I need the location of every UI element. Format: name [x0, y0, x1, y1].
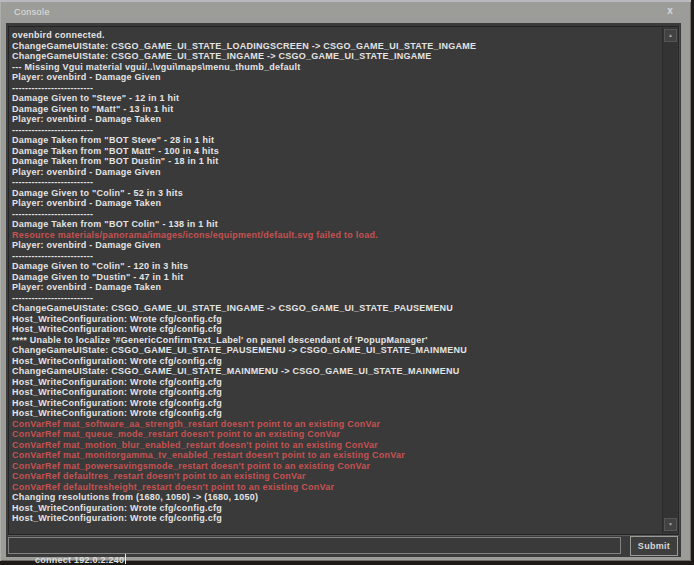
console-line: Player: ovenbird - Damage Taken: [12, 198, 660, 209]
console-line: ChangeGameUIState: CSGO_GAME_UI_STATE_PA…: [12, 345, 660, 356]
console-line: Host_WriteConfiguration: Wrote cfg/confi…: [12, 377, 660, 388]
console-line: -------------------------: [12, 251, 660, 262]
window-title: Console: [14, 7, 50, 17]
text-caret: [125, 554, 126, 564]
console-line: ChangeGameUIState: CSGO_GAME_UI_STATE_MA…: [12, 366, 660, 377]
console-line: **** Unable to localize '#GenericConfirm…: [12, 335, 660, 346]
console-line: ChangeGameUIState: CSGO_GAME_UI_STATE_IN…: [12, 303, 660, 314]
close-icon[interactable]: x: [664, 5, 676, 17]
console-line: Damage Taken from "BOT Matt" - 100 in 4 …: [12, 146, 660, 157]
console-line: Host_WriteConfiguration: Wrote cfg/confi…: [12, 408, 660, 419]
console-line: Host_WriteConfiguration: Wrote cfg/confi…: [12, 503, 660, 514]
console-line: --- Missing Vgui material vgui/..\vgui\m…: [12, 62, 660, 73]
scrollbar[interactable]: ▲ ▼: [662, 28, 677, 533]
console-line: ConVarRef defaultres_restart doesn't poi…: [12, 471, 660, 482]
console-line: -------------------------: [12, 209, 660, 220]
console-line: ConVarRef mat_queue_mode_restart doesn't…: [12, 429, 660, 440]
console-line: ChangeGameUIState: CSGO_GAME_UI_STATE_IN…: [12, 51, 660, 62]
console-output-panel: ovenbird connected.ChangeGameUIState: CS…: [8, 26, 679, 535]
console-line: Changing resolutions from (1680, 1050) -…: [12, 492, 660, 503]
screen: Console x ovenbird connected.ChangeGameU…: [0, 0, 694, 565]
titlebar[interactable]: Console x: [0, 0, 691, 23]
console-command-input[interactable]: connect 192.0.2.240: [8, 537, 621, 554]
scroll-up-button[interactable]: ▲: [664, 29, 677, 42]
console-line: ovenbird connected.: [12, 30, 660, 41]
console-line: -------------------------: [12, 125, 660, 136]
scroll-down-button[interactable]: ▼: [664, 518, 677, 531]
console-line: Damage Taken from "BOT Colin" - 138 in 1…: [12, 219, 660, 230]
console-line: Player: ovenbird - Damage Taken: [12, 114, 660, 125]
submit-button[interactable]: Submit: [630, 536, 678, 556]
console-line: ConVarRef defaultresheight_restart doesn…: [12, 482, 660, 493]
up-arrow-icon: ▲: [668, 32, 673, 38]
console-line: Player: ovenbird - Damage Taken: [12, 282, 660, 293]
console-line: -------------------------: [12, 83, 660, 94]
console-line: ConVarRef mat_monitorgamma_tv_enabled_re…: [12, 450, 660, 461]
down-arrow-icon: ▼: [668, 521, 673, 527]
console-line: Host_WriteConfiguration: Wrote cfg/confi…: [12, 398, 660, 409]
scrollbar-track[interactable]: [663, 43, 677, 517]
console-line: Damage Given to "Matt" - 13 in 1 hit: [12, 104, 660, 115]
console-line: Player: ovenbird - Damage Given: [12, 167, 660, 178]
console-window: Console x ovenbird connected.ChangeGameU…: [0, 0, 691, 561]
console-line: Damage Given to "Steve" - 12 in 1 hit: [12, 93, 660, 104]
command-text: connect 192.0.2.240: [35, 555, 124, 565]
console-output: ovenbird connected.ChangeGameUIState: CS…: [12, 30, 660, 532]
console-line: Player: ovenbird - Damage Given: [12, 240, 660, 251]
console-line: Damage Taken from "BOT Dustin" - 18 in 1…: [12, 156, 660, 167]
console-line: Host_WriteConfiguration: Wrote cfg/confi…: [12, 513, 660, 524]
console-line: ConVarRef mat_software_aa_strength_resta…: [12, 419, 660, 430]
console-line: Player: ovenbird - Damage Given: [12, 72, 660, 83]
console-line: Damage Given to "Colin" - 52 in 3 hits: [12, 188, 660, 199]
console-line: ConVarRef mat_motion_blur_enabled_restar…: [12, 440, 660, 451]
console-line: Host_WriteConfiguration: Wrote cfg/confi…: [12, 356, 660, 367]
console-line: Resource materials/panorama/images/icons…: [12, 230, 660, 241]
console-line: Damage Given to "Dustin" - 47 in 1 hit: [12, 272, 660, 283]
console-line: -------------------------: [12, 177, 660, 188]
console-line: -------------------------: [12, 293, 660, 304]
console-line: Damage Given to "Colin" - 120 in 3 hits: [12, 261, 660, 272]
console-line: ConVarRef mat_powersavingsmode_restart d…: [12, 461, 660, 472]
console-line: Damage Taken from "BOT Steve" - 28 in 1 …: [12, 135, 660, 146]
console-line: Host_WriteConfiguration: Wrote cfg/confi…: [12, 314, 660, 325]
console-line: Host_WriteConfiguration: Wrote cfg/confi…: [12, 324, 660, 335]
console-line: ChangeGameUIState: CSGO_GAME_UI_STATE_LO…: [12, 41, 660, 52]
console-line: Host_WriteConfiguration: Wrote cfg/confi…: [12, 387, 660, 398]
client-area: ovenbird connected.ChangeGameUIState: CS…: [6, 23, 681, 557]
